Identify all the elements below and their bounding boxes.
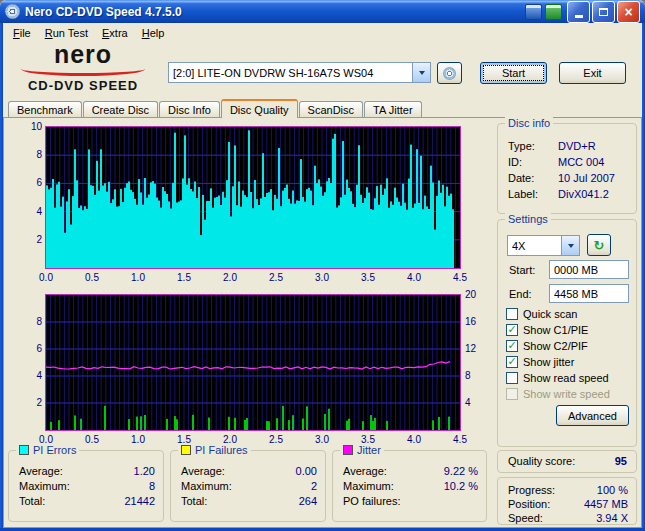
nero-logo-product: CD-DVD SPEED — [12, 78, 154, 93]
checkbox-show-c1-pie[interactable]: Show C1/PIE — [506, 323, 588, 337]
axis-tick-label: 12 — [465, 343, 485, 354]
menu-extra[interactable]: Extra — [95, 25, 135, 41]
stat-label: Average: — [19, 465, 63, 477]
tab-label: Benchmark — [17, 104, 73, 116]
axis-tick-label: 2.5 — [264, 434, 288, 445]
axis-tick-label: 3.5 — [356, 434, 380, 445]
advanced-button[interactable]: Advanced — [556, 405, 629, 426]
checkbox-show-read-speed[interactable]: Show read speed — [506, 371, 609, 385]
stat-row: Maximum: 10.2 % — [343, 480, 478, 493]
close-button[interactable]: × — [617, 1, 640, 23]
speed-select[interactable]: 4X — [507, 235, 580, 256]
refresh-button[interactable]: ↻ — [587, 234, 611, 256]
stat-row: Average: 9.22 % — [343, 465, 478, 478]
axis-tick-label: 1.5 — [172, 434, 196, 445]
axis-tick-label: 0.0 — [34, 272, 58, 283]
stat-value: 8 — [149, 480, 155, 492]
stat-label: Maximum: — [181, 480, 232, 492]
stat-row: Average: 1.20 — [19, 465, 155, 478]
tab-create-disc[interactable]: Create Disc — [83, 101, 158, 117]
axis-tick-label: 4 — [20, 370, 42, 381]
axis-tick-label: 4.0 — [402, 434, 426, 445]
maximize-icon — [599, 8, 608, 16]
axis-tick-label: 2.5 — [264, 272, 288, 283]
stat-value: 21442 — [124, 495, 155, 507]
tab-benchmark[interactable]: Benchmark — [8, 101, 82, 117]
titlebar-plugin-icon-green[interactable] — [545, 4, 562, 20]
axis-tick-label: 4.5 — [448, 272, 472, 283]
tab-ta-jitter[interactable]: TA Jitter — [364, 101, 422, 117]
quality-score-panel: Quality score: 95 — [497, 450, 637, 473]
stat-value: 2 — [311, 480, 317, 492]
checkbox-show-c2-pif[interactable]: Show C2/PIF — [506, 339, 588, 353]
start-button-label: Start — [502, 67, 525, 79]
checkbox-icon — [506, 308, 518, 320]
tab-bar: Benchmark Create Disc Disc Info Disc Qua… — [8, 99, 423, 118]
titlebar-plugin-icon-blue[interactable] — [525, 4, 542, 20]
jitter-color-swatch — [343, 445, 353, 455]
refresh-icon: ↻ — [594, 239, 605, 252]
tab-label: Disc Quality — [230, 104, 289, 116]
menu-run-test[interactable]: Run Test — [38, 25, 95, 41]
progress-label: Progress: — [508, 484, 555, 496]
quality-score-value: 95 — [615, 455, 627, 467]
checkbox-icon — [506, 324, 518, 336]
start-position-input[interactable] — [549, 260, 629, 279]
close-icon: × — [624, 5, 632, 19]
stat-label: Maximum: — [19, 480, 70, 492]
disc-info-title: Disc info — [505, 116, 553, 130]
tab-label: TA Jitter — [373, 104, 413, 116]
checkbox-show-jitter[interactable]: Show jitter — [506, 355, 574, 369]
end-position-input[interactable] — [549, 284, 629, 303]
jitter-stats-panel: Jitter Average: 9.22 % Maximum: 10.2 % P… — [332, 450, 487, 522]
tab-label: Create Disc — [92, 104, 149, 116]
axis-tick-label: 2.0 — [218, 434, 242, 445]
stat-value: 0.00 — [296, 465, 317, 477]
start-position-label: Start: — [509, 264, 535, 276]
axis-tick-label: 3.5 — [356, 272, 380, 283]
drive-select[interactable]: [2:0] LITE-ON DVDRW SH-16A7S WS04 — [168, 62, 431, 83]
speed-select-dropdown-button[interactable] — [561, 236, 579, 255]
exit-button[interactable]: Exit — [559, 62, 626, 84]
pi-errors-color-swatch — [19, 445, 29, 455]
progress-value: 100 % — [597, 484, 628, 496]
maximize-button[interactable] — [592, 1, 615, 23]
stat-value: 10.2 % — [444, 480, 478, 492]
drive-select-value: [2:0] LITE-ON DVDRW SH-16A7S WS04 — [169, 67, 412, 79]
tab-label: Disc Info — [168, 104, 211, 116]
disc-info-row: Type: DVD+R — [508, 140, 628, 153]
drive-select-dropdown-button[interactable] — [412, 63, 430, 82]
tab-disc-quality[interactable]: Disc Quality — [221, 99, 298, 118]
axis-tick-label: 16 — [465, 316, 485, 327]
stat-label: Average: — [343, 465, 387, 477]
eject-button[interactable] — [437, 62, 462, 84]
checkbox-icon — [506, 372, 518, 384]
stat-row: Total: 264 — [181, 495, 317, 508]
axis-tick-label: 0.0 — [34, 434, 58, 445]
checkbox-icon — [506, 340, 518, 352]
axis-tick-label: 1.0 — [126, 434, 150, 445]
position-label: Position: — [508, 498, 550, 510]
axis-tick-label: 2 — [20, 397, 42, 408]
jitter-stats-title: Jitter — [340, 443, 384, 457]
checkbox-icon — [506, 388, 518, 400]
stat-label: Maximum: — [343, 480, 394, 492]
start-button[interactable]: Start — [480, 62, 547, 84]
pi-errors-chart — [45, 126, 461, 269]
progress-panel: Progress: 100 % Position: 4457 MB Speed:… — [497, 477, 637, 525]
checkbox-label: Show C2/PIF — [523, 340, 588, 352]
stat-value: 264 — [299, 495, 317, 507]
axis-tick-label: 2.0 — [218, 272, 242, 283]
tab-scandisc[interactable]: ScanDisc — [299, 101, 363, 117]
menu-help[interactable]: Help — [135, 25, 172, 41]
exit-button-label: Exit — [583, 67, 601, 79]
stat-value: 1.20 — [134, 465, 155, 477]
checkbox-label: Show write speed — [523, 388, 610, 400]
menu-file[interactable]: File — [6, 25, 38, 41]
checkbox-quick-scan[interactable]: Quick scan — [506, 307, 577, 321]
titlebar[interactable]: Nero CD-DVD Speed 4.7.5.0 × — [0, 0, 645, 23]
checkbox-label: Show read speed — [523, 372, 609, 384]
tab-disc-info[interactable]: Disc Info — [159, 101, 220, 117]
app-icon — [5, 4, 20, 19]
minimize-button[interactable] — [567, 1, 590, 23]
